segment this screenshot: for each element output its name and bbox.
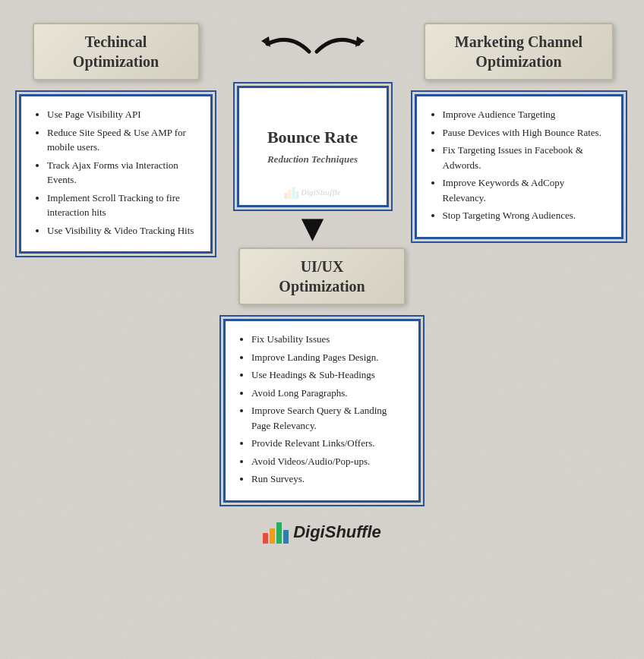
page-wrapper: TechincalOptimization Use Page Visibilit…: [0, 0, 644, 659]
uiux-item-7: Avoid Videos/Audio/Pop-ups.: [251, 454, 406, 469]
uiux-optimization-content: Fix Usability Issues Improve Landing Pag…: [223, 319, 421, 503]
technical-optimization-content: Use Page Visibility API Reduce Site Spee…: [19, 94, 213, 254]
logo-bar-1: [263, 533, 268, 544]
marketing-list: Improve Audience Targeting Pause Devices…: [429, 107, 609, 223]
uiux-optimization-title: UI/UXOptimization: [238, 248, 406, 305]
left-column: TechincalOptimization Use Page Visibilit…: [15, 23, 216, 254]
arrows-container: [252, 29, 374, 78]
uiux-item-3: Use Headings & Sub-Headings: [251, 367, 406, 383]
uiux-item-8: Run Surveys.: [251, 471, 406, 487]
bounce-rate-subtitle: Reduction Techniques: [267, 153, 358, 166]
marketing-optimization-title: Marketing ChannelOptimization: [424, 23, 614, 80]
technical-optimization-title: TechincalOptimization: [33, 23, 200, 80]
logo-text: DigiShuffle: [293, 522, 381, 542]
logo-bars: [263, 521, 289, 544]
uiux-item-6: Provide Relevant Links/Offers.: [251, 436, 406, 451]
mkt-item-5: Stop Targeting Wrong Audiences.: [443, 208, 609, 223]
tech-item-4: Implement Scroll Tracking to fire intera…: [47, 191, 198, 220]
marketing-optimization-content: Improve Audience Targeting Pause Devices…: [415, 94, 623, 239]
uiux-list: Fix Usability Issues Improve Landing Pag…: [238, 332, 406, 487]
right-column: Marketing ChannelOptimization Improve Au…: [409, 23, 629, 239]
svg-marker-0: [261, 36, 270, 47]
mkt-item-2: Pause Devices with High Bounce Rates.: [443, 125, 609, 140]
mkt-item-4: Improve Keywords & AdCopy Relevancy.: [443, 175, 609, 205]
tech-item-3: Track Ajax Forms via Interaction Events.: [47, 158, 198, 188]
mkt-item-1: Improve Audience Targeting: [443, 107, 609, 122]
uiux-item-4: Avoid Long Paragraphs.: [251, 386, 406, 401]
mkt-item-3: Fix Targeting Issues in Facebook & Adwor…: [443, 143, 609, 172]
top-layout: TechincalOptimization Use Page Visibilit…: [15, 23, 629, 254]
tech-item-2: Reduce Site Speed & Use AMP for mobile u…: [47, 125, 198, 155]
bounce-rate-box: Bounce Rate Reduction Techniques DigiShu…: [237, 86, 389, 207]
center-column: Bounce Rate Reduction Techniques DigiShu…: [216, 23, 409, 247]
logo-bar-4: [283, 530, 289, 544]
bottom-section: UI/UXOptimization Fix Usability Issues I…: [15, 246, 629, 503]
uiux-item-5: Improve Search Query & Landing Page Rele…: [251, 403, 406, 433]
technical-list: Use Page Visibility API Reduce Site Spee…: [33, 107, 198, 238]
uiux-item-2: Improve Landing Pages Design.: [251, 350, 406, 365]
bounce-rate-title: Bounce Rate: [267, 128, 358, 147]
curved-arrows-svg: [252, 29, 374, 78]
logo-section: DigiShuffle: [263, 521, 381, 544]
uiux-item-1: Fix Usability Issues: [251, 332, 406, 347]
watermark: DigiShuffle: [284, 185, 341, 199]
logo-digi: Digi: [293, 522, 325, 541]
tech-item-5: Use Visibility & Video Tracking Hits: [47, 223, 198, 238]
logo-bar-2: [270, 528, 275, 544]
logo-bar-3: [276, 522, 282, 544]
svg-marker-1: [355, 36, 365, 47]
down-arrow: ▼: [294, 209, 332, 247]
logo-shuffle: Shuffle: [325, 522, 381, 541]
tech-item-1: Use Page Visibility API: [47, 107, 198, 122]
